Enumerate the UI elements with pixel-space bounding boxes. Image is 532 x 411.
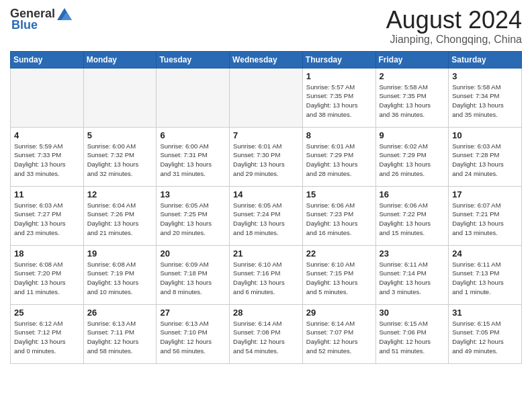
day-info: Sunrise: 6:03 AM Sunset: 7:28 PM Dayligh… — [452, 142, 518, 179]
day-info: Sunrise: 6:06 AM Sunset: 7:22 PM Dayligh… — [380, 201, 445, 238]
title-area: August 2024 Jianping, Chongqing, China — [386, 7, 522, 46]
logo-blue: Blue — [11, 18, 38, 32]
day-number: 20 — [160, 248, 226, 259]
day-number: 19 — [87, 248, 153, 259]
header-day-thursday: Thursday — [302, 51, 375, 68]
day-info: Sunrise: 6:01 AM Sunset: 7:30 PM Dayligh… — [233, 142, 299, 179]
calendar-cell: 29Sunrise: 6:14 AM Sunset: 7:07 PM Dayli… — [302, 304, 375, 363]
week-row-3: 11Sunrise: 6:03 AM Sunset: 7:27 PM Dayli… — [11, 186, 522, 245]
day-number: 9 — [380, 130, 445, 140]
day-info: Sunrise: 6:14 AM Sunset: 7:08 PM Dayligh… — [233, 319, 299, 356]
day-number: 30 — [380, 308, 445, 318]
day-info: Sunrise: 6:01 AM Sunset: 7:29 PM Dayligh… — [306, 142, 372, 179]
day-number: 10 — [452, 130, 518, 140]
calendar-cell: 30Sunrise: 6:15 AM Sunset: 7:06 PM Dayli… — [375, 304, 449, 363]
calendar-cell: 24Sunrise: 6:11 AM Sunset: 7:13 PM Dayli… — [449, 245, 522, 304]
calendar-cell — [157, 68, 230, 127]
calendar-table: SundayMondayTuesdayWednesdayThursdayFrid… — [10, 51, 522, 364]
calendar-cell: 26Sunrise: 6:13 AM Sunset: 7:11 PM Dayli… — [83, 304, 157, 363]
header-day-tuesday: Tuesday — [157, 51, 230, 68]
logo-icon — [57, 8, 72, 20]
day-info: Sunrise: 6:03 AM Sunset: 7:27 PM Dayligh… — [14, 201, 80, 238]
calendar-cell: 28Sunrise: 6:14 AM Sunset: 7:08 PM Dayli… — [230, 304, 303, 363]
day-info: Sunrise: 5:59 AM Sunset: 7:33 PM Dayligh… — [14, 142, 80, 179]
day-number: 6 — [160, 130, 226, 140]
day-info: Sunrise: 5:57 AM Sunset: 7:35 PM Dayligh… — [306, 83, 372, 120]
calendar-cell: 5Sunrise: 6:00 AM Sunset: 7:32 PM Daylig… — [83, 127, 157, 186]
calendar-cell: 21Sunrise: 6:10 AM Sunset: 7:16 PM Dayli… — [230, 245, 303, 304]
day-number: 14 — [233, 189, 299, 199]
day-info: Sunrise: 6:11 AM Sunset: 7:14 PM Dayligh… — [380, 260, 445, 297]
calendar-cell: 6Sunrise: 6:00 AM Sunset: 7:31 PM Daylig… — [157, 127, 230, 186]
header-row: SundayMondayTuesdayWednesdayThursdayFrid… — [11, 51, 522, 68]
calendar-cell: 22Sunrise: 6:10 AM Sunset: 7:15 PM Dayli… — [302, 245, 375, 304]
day-number: 22 — [306, 248, 372, 259]
calendar-cell — [230, 68, 303, 127]
calendar-cell: 19Sunrise: 6:08 AM Sunset: 7:19 PM Dayli… — [83, 245, 157, 304]
day-number: 15 — [306, 189, 372, 199]
calendar-cell: 12Sunrise: 6:04 AM Sunset: 7:26 PM Dayli… — [83, 186, 157, 245]
calendar-cell: 9Sunrise: 6:02 AM Sunset: 7:29 PM Daylig… — [375, 127, 449, 186]
logo: General Blue — [10, 7, 73, 32]
day-number: 23 — [380, 248, 445, 259]
day-info: Sunrise: 5:58 AM Sunset: 7:34 PM Dayligh… — [452, 83, 518, 120]
calendar-cell: 16Sunrise: 6:06 AM Sunset: 7:22 PM Dayli… — [375, 186, 449, 245]
day-number: 8 — [306, 130, 372, 140]
day-number: 5 — [87, 130, 153, 140]
day-number: 12 — [87, 189, 153, 199]
calendar-cell: 14Sunrise: 6:05 AM Sunset: 7:24 PM Dayli… — [230, 186, 303, 245]
day-number: 13 — [160, 189, 226, 199]
day-info: Sunrise: 6:10 AM Sunset: 7:15 PM Dayligh… — [306, 260, 372, 297]
day-info: Sunrise: 5:58 AM Sunset: 7:35 PM Dayligh… — [380, 83, 445, 120]
calendar-cell: 31Sunrise: 6:15 AM Sunset: 7:05 PM Dayli… — [449, 304, 522, 363]
day-info: Sunrise: 6:08 AM Sunset: 7:20 PM Dayligh… — [14, 260, 80, 297]
calendar-cell: 20Sunrise: 6:09 AM Sunset: 7:18 PM Dayli… — [157, 245, 230, 304]
day-number: 31 — [452, 308, 518, 318]
day-info: Sunrise: 6:05 AM Sunset: 7:24 PM Dayligh… — [233, 201, 299, 238]
day-number: 3 — [452, 71, 518, 81]
calendar-cell: 23Sunrise: 6:11 AM Sunset: 7:14 PM Dayli… — [375, 245, 449, 304]
calendar-cell: 1Sunrise: 5:57 AM Sunset: 7:35 PM Daylig… — [302, 68, 375, 127]
day-number: 11 — [14, 189, 80, 199]
day-info: Sunrise: 6:09 AM Sunset: 7:18 PM Dayligh… — [160, 260, 226, 297]
day-number: 2 — [380, 71, 445, 81]
day-info: Sunrise: 6:12 AM Sunset: 7:12 PM Dayligh… — [14, 319, 80, 356]
day-info: Sunrise: 6:15 AM Sunset: 7:05 PM Dayligh… — [452, 319, 518, 356]
day-info: Sunrise: 6:07 AM Sunset: 7:21 PM Dayligh… — [452, 201, 518, 238]
day-number: 29 — [306, 308, 372, 318]
day-info: Sunrise: 6:06 AM Sunset: 7:23 PM Dayligh… — [306, 201, 372, 238]
day-number: 27 — [160, 308, 226, 318]
day-info: Sunrise: 6:11 AM Sunset: 7:13 PM Dayligh… — [452, 260, 518, 297]
calendar-cell: 25Sunrise: 6:12 AM Sunset: 7:12 PM Dayli… — [11, 304, 84, 363]
header-day-wednesday: Wednesday — [230, 51, 303, 68]
calendar-body: 1Sunrise: 5:57 AM Sunset: 7:35 PM Daylig… — [11, 68, 522, 363]
header-day-friday: Friday — [375, 51, 449, 68]
day-info: Sunrise: 6:04 AM Sunset: 7:26 PM Dayligh… — [87, 201, 153, 238]
week-row-4: 18Sunrise: 6:08 AM Sunset: 7:20 PM Dayli… — [11, 245, 522, 304]
calendar-title: August 2024 — [386, 7, 522, 34]
day-info: Sunrise: 6:05 AM Sunset: 7:25 PM Dayligh… — [160, 201, 226, 238]
calendar-cell: 3Sunrise: 5:58 AM Sunset: 7:34 PM Daylig… — [449, 68, 522, 127]
calendar-cell — [83, 68, 157, 127]
header: General Blue August 2024 Jianping, Chong… — [10, 7, 522, 46]
day-number: 28 — [233, 308, 299, 318]
week-row-1: 1Sunrise: 5:57 AM Sunset: 7:35 PM Daylig… — [11, 68, 522, 127]
calendar-cell: 18Sunrise: 6:08 AM Sunset: 7:20 PM Dayli… — [11, 245, 84, 304]
day-number: 18 — [14, 248, 80, 259]
day-number: 17 — [452, 189, 518, 199]
day-info: Sunrise: 6:00 AM Sunset: 7:31 PM Dayligh… — [160, 142, 226, 179]
day-number: 16 — [380, 189, 445, 199]
day-info: Sunrise: 6:10 AM Sunset: 7:16 PM Dayligh… — [233, 260, 299, 297]
day-number: 25 — [14, 308, 80, 318]
calendar-cell: 27Sunrise: 6:13 AM Sunset: 7:10 PM Dayli… — [157, 304, 230, 363]
calendar-cell: 13Sunrise: 6:05 AM Sunset: 7:25 PM Dayli… — [157, 186, 230, 245]
day-number: 1 — [306, 71, 372, 81]
day-info: Sunrise: 6:13 AM Sunset: 7:10 PM Dayligh… — [160, 319, 226, 356]
calendar-cell: 8Sunrise: 6:01 AM Sunset: 7:29 PM Daylig… — [302, 127, 375, 186]
week-row-2: 4Sunrise: 5:59 AM Sunset: 7:33 PM Daylig… — [11, 127, 522, 186]
calendar-cell: 2Sunrise: 5:58 AM Sunset: 7:35 PM Daylig… — [375, 68, 449, 127]
calendar-cell: 11Sunrise: 6:03 AM Sunset: 7:27 PM Dayli… — [11, 186, 84, 245]
day-number: 24 — [452, 248, 518, 259]
day-info: Sunrise: 6:13 AM Sunset: 7:11 PM Dayligh… — [87, 319, 153, 356]
calendar-header: SundayMondayTuesdayWednesdayThursdayFrid… — [11, 51, 522, 68]
